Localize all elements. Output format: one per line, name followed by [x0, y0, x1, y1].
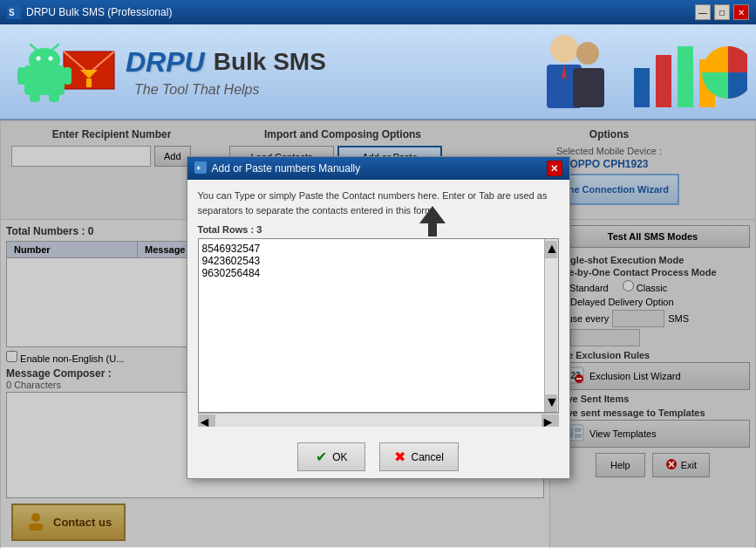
- dialog-rows-info: Total Rows : 3: [198, 224, 559, 235]
- maximize-button[interactable]: □: [714, 4, 730, 20]
- window-controls: — □ ✕: [695, 4, 749, 20]
- dialog-footer: ✔ OK ✖ Cancel: [187, 435, 569, 478]
- svg-text:S: S: [9, 8, 15, 17]
- svg-line-6: [31, 45, 37, 50]
- svg-point-5: [49, 57, 53, 61]
- logo-icons: [17, 41, 115, 102]
- svg-rect-9: [64, 67, 72, 85]
- svg-rect-22: [678, 46, 693, 107]
- svg-marker-43: [419, 206, 446, 236]
- dialog-title-left: + Add or Paste numbers Manually: [194, 161, 361, 176]
- dialog: + Add or Paste numbers Manually ✕ You ca…: [187, 156, 570, 479]
- close-button[interactable]: ✕: [733, 4, 749, 20]
- dialog-cancel-button[interactable]: ✖ Cancel: [379, 442, 458, 471]
- dialog-ok-button[interactable]: ✔ OK: [297, 442, 365, 471]
- svg-rect-10: [30, 93, 40, 102]
- person-graphic: [525, 31, 621, 119]
- arrow-indicator: [419, 206, 446, 240]
- svg-rect-21: [656, 55, 671, 107]
- tagline: The Tool That Helps: [134, 82, 259, 98]
- svg-point-4: [37, 57, 41, 61]
- svg-point-3: [29, 48, 60, 72]
- scroll-up[interactable]: ▲: [545, 241, 557, 258]
- svg-rect-8: [17, 67, 25, 85]
- dialog-close-button[interactable]: ✕: [547, 161, 562, 176]
- cancel-label: Cancel: [411, 451, 443, 463]
- dialog-title-bar: + Add or Paste numbers Manually ✕: [187, 157, 569, 180]
- dialog-scrollbar[interactable]: ▲ ▼: [544, 239, 558, 412]
- svg-point-15: [550, 35, 578, 63]
- svg-line-7: [52, 45, 58, 50]
- main-content: Enter Recipient Number Add Import and Co…: [0, 120, 756, 548]
- minimize-button[interactable]: —: [695, 4, 711, 20]
- hscroll-left[interactable]: ◄: [198, 414, 215, 427]
- bulk-sms-text: Bulk SMS: [214, 48, 326, 76]
- dialog-icon: +: [194, 161, 207, 176]
- scroll-down[interactable]: ▼: [545, 394, 557, 412]
- brand-box: DRPU Bulk SMS The Tool That Helps: [126, 46, 326, 98]
- dialog-hscroll[interactable]: ◄ ►: [198, 413, 559, 427]
- app-icon: S: [7, 5, 21, 19]
- svg-rect-14: [86, 79, 92, 87]
- drpu-text: DRPU: [126, 46, 205, 79]
- dialog-description: You can Type or simply Paste the Contact…: [198, 188, 559, 217]
- hscroll-right[interactable]: ►: [541, 414, 559, 427]
- ok-label: OK: [332, 451, 347, 463]
- dialog-textarea-container: 8546932547 9423602543 9630256484 ▲ ▼: [198, 238, 559, 413]
- dialog-body: You can Type or simply Paste the Contact…: [187, 180, 569, 435]
- app-header: DRPU Bulk SMS The Tool That Helps: [0, 24, 756, 120]
- ok-icon: ✔: [316, 449, 327, 465]
- svg-rect-20: [634, 68, 650, 107]
- dialog-overlay: + Add or Paste numbers Manually ✕ You ca…: [1, 121, 755, 547]
- dialog-textarea[interactable]: 8546932547 9423602543 9630256484: [199, 239, 544, 412]
- cancel-icon: ✖: [394, 449, 405, 465]
- svg-rect-18: [573, 68, 604, 107]
- title-bar: S DRPU Bulk SMS (Professional) — □ ✕: [0, 0, 756, 24]
- android-icon: [17, 41, 72, 102]
- svg-text:+: +: [196, 164, 201, 173]
- chart-graphic: [625, 33, 747, 112]
- app-title: DRPU Bulk SMS (Professional): [26, 6, 695, 18]
- brand-name: DRPU Bulk SMS: [126, 46, 326, 79]
- svg-point-17: [576, 42, 599, 65]
- svg-rect-11: [49, 93, 59, 102]
- dialog-title: Add or Paste numbers Manually: [212, 162, 361, 175]
